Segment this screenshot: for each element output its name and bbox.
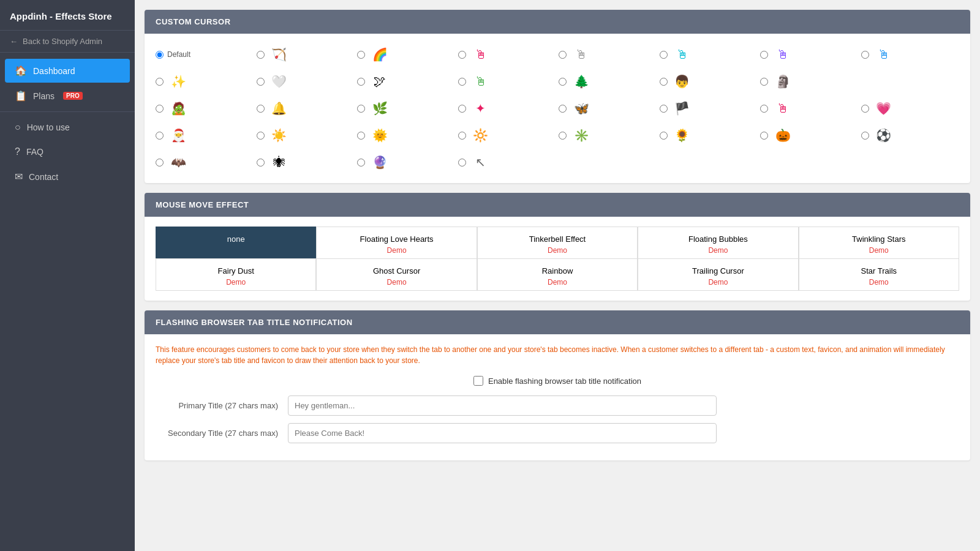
cursor-option-17[interactable]: 🌿 — [357, 97, 456, 119]
cursor-option-23[interactable]: 🎅 — [156, 124, 254, 146]
cursor-radio-7[interactable] — [861, 51, 869, 59]
cursor-radio-19[interactable] — [559, 105, 567, 113]
cursor-option-16[interactable]: 🔔 — [257, 97, 355, 119]
cursor-radio-1[interactable] — [257, 51, 265, 59]
effect-star-trails[interactable]: Star Trails Demo — [799, 258, 959, 291]
cursor-option-2[interactable]: 🌈 — [357, 43, 456, 66]
cursor-option-28[interactable]: 🌻 — [660, 124, 758, 146]
effect-twinkling-stars[interactable]: Twinkling Stars Demo — [799, 227, 959, 259]
cursor-img-17: 🌿 — [369, 97, 391, 119]
cursor-radio-10[interactable] — [357, 78, 365, 86]
cursor-radio-31[interactable] — [156, 159, 164, 167]
cursor-radio-16[interactable] — [257, 105, 265, 113]
cursor-img-10: 🕊 — [369, 70, 391, 92]
cursor-option-20[interactable]: 🏴 — [660, 97, 758, 119]
cursor-radio-18[interactable] — [458, 105, 466, 113]
cursor-radio-13[interactable] — [660, 78, 668, 86]
sidebar-item-dashboard[interactable]: 🏠 Dashboard — [5, 59, 130, 83]
cursor-radio-20[interactable] — [660, 105, 668, 113]
cursor-radio-12[interactable] — [559, 78, 567, 86]
cursor-option-22[interactable]: 💗 — [861, 97, 960, 119]
cursor-radio-default[interactable] — [156, 51, 164, 59]
primary-title-input[interactable] — [288, 395, 717, 416]
cursor-option-13[interactable]: 👦 — [660, 70, 758, 92]
cursor-img-2: 🌈 — [369, 43, 391, 66]
cursor-radio-14[interactable] — [760, 78, 768, 86]
cursor-radio-17[interactable] — [357, 105, 365, 113]
effect-rainbow[interactable]: Rainbow Demo — [477, 258, 638, 291]
cursor-option-5[interactable]: 🖱 — [660, 43, 758, 66]
cursor-option-25[interactable]: 🌞 — [357, 124, 456, 146]
secondary-title-label: Secondary Title (27 chars max) — [156, 429, 278, 438]
cursor-radio-3[interactable] — [458, 51, 466, 59]
cursor-option-29[interactable]: 🎃 — [760, 124, 859, 146]
sidebar-item-contact[interactable]: ✉ Contact — [5, 165, 130, 189]
cursor-option-34[interactable]: ↖ — [458, 151, 557, 173]
cursor-radio-8[interactable] — [156, 78, 164, 86]
sidebar-divider — [0, 111, 135, 112]
sidebar-item-faq[interactable]: ? FAQ — [5, 140, 130, 163]
cursor-radio-4[interactable] — [559, 51, 567, 59]
cursor-radio-9[interactable] — [257, 78, 265, 86]
cursor-option-12[interactable]: 🌲 — [559, 70, 657, 92]
cursor-radio-29[interactable] — [760, 132, 768, 140]
cursor-radio-25[interactable] — [357, 132, 365, 140]
cursor-radio-32[interactable] — [257, 159, 265, 167]
cursor-radio-27[interactable] — [559, 132, 567, 140]
cursor-radio-2[interactable] — [357, 51, 365, 59]
cursor-radio-15[interactable] — [156, 105, 164, 113]
effect-fairy-dust[interactable]: Fairy Dust Demo — [156, 258, 316, 291]
cursor-option-4[interactable]: 🖱 — [559, 43, 657, 66]
cursor-radio-11[interactable] — [458, 78, 466, 86]
effect-floating-bubbles[interactable]: Floating Bubbles Demo — [638, 227, 798, 259]
cursor-option-21[interactable]: 🖱 — [760, 97, 859, 119]
primary-title-row: Primary Title (27 chars max) — [156, 395, 959, 416]
cursor-option-7[interactable]: 🖱 — [861, 43, 960, 66]
cursor-option-11[interactable]: 🖱 — [458, 70, 557, 92]
cursor-img-26: 🔆 — [470, 124, 492, 146]
cursor-radio-26[interactable] — [458, 132, 466, 140]
cursor-radio-34[interactable] — [458, 159, 466, 167]
enable-flashing-checkbox[interactable] — [473, 376, 483, 386]
cursor-radio-21[interactable] — [760, 105, 768, 113]
cursor-option-8[interactable]: ✨ — [156, 70, 254, 92]
cursor-img-21: 🖱 — [772, 97, 794, 119]
cursor-radio-6[interactable] — [760, 51, 768, 59]
cursor-option-30[interactable]: ⚽ — [861, 124, 960, 146]
cursor-option-32[interactable]: 🕷 — [257, 151, 355, 173]
cursor-option-default[interactable]: Default — [156, 50, 254, 59]
sidebar-item-plans[interactable]: 📋 Plans PRO — [5, 84, 130, 108]
mouse-effect-header: MOUSE MOVE EFFECT — [145, 193, 970, 217]
cursor-radio-28[interactable] — [660, 132, 668, 140]
cursor-radio-24[interactable] — [257, 132, 265, 140]
cursor-option-9[interactable]: 🤍 — [257, 70, 355, 92]
cursor-radio-5[interactable] — [660, 51, 668, 59]
cursor-option-26[interactable]: 🔆 — [458, 124, 557, 146]
cursor-radio-30[interactable] — [861, 132, 869, 140]
cursor-option-18[interactable]: ✦ — [458, 97, 557, 119]
cursor-option-33[interactable]: 🔮 — [357, 151, 456, 173]
cursor-option-15[interactable]: 🧟 — [156, 97, 254, 119]
back-to-shopify-link[interactable]: ← Back to Shopify Admin — [0, 31, 135, 53]
sidebar-item-how-to-use[interactable]: ○ How to use — [5, 116, 130, 139]
cursor-option-19[interactable]: 🦋 — [559, 97, 657, 119]
cursor-radio-22[interactable] — [861, 105, 869, 113]
cursor-img-5: 🖱 — [671, 43, 693, 66]
effect-tinkerbell[interactable]: Tinkerbell Effect Demo — [477, 227, 638, 259]
cursor-option-14[interactable]: 🗿 — [760, 70, 859, 92]
cursor-option-31[interactable]: 🦇 — [156, 151, 254, 173]
cursor-option-6[interactable]: 🖱 — [760, 43, 859, 66]
cursor-option-27[interactable]: ✳️ — [559, 124, 657, 146]
effect-grid-row2: Fairy Dust Demo Ghost Cursor Demo Rainbo… — [156, 258, 959, 291]
cursor-option-3[interactable]: 🖱 — [458, 43, 557, 66]
secondary-title-input[interactable] — [288, 423, 717, 443]
cursor-option-24[interactable]: ☀️ — [257, 124, 355, 146]
cursor-option-1[interactable]: 🏹 — [257, 43, 355, 66]
cursor-radio-23[interactable] — [156, 132, 164, 140]
effect-trailing-cursor[interactable]: Trailing Cursor Demo — [638, 258, 798, 291]
effect-none[interactable]: none — [156, 227, 316, 259]
effect-ghost-cursor[interactable]: Ghost Cursor Demo — [316, 258, 477, 291]
cursor-option-10[interactable]: 🕊 — [357, 70, 456, 92]
effect-floating-love-hearts[interactable]: Floating Love Hearts Demo — [316, 227, 477, 259]
cursor-radio-33[interactable] — [357, 159, 365, 167]
